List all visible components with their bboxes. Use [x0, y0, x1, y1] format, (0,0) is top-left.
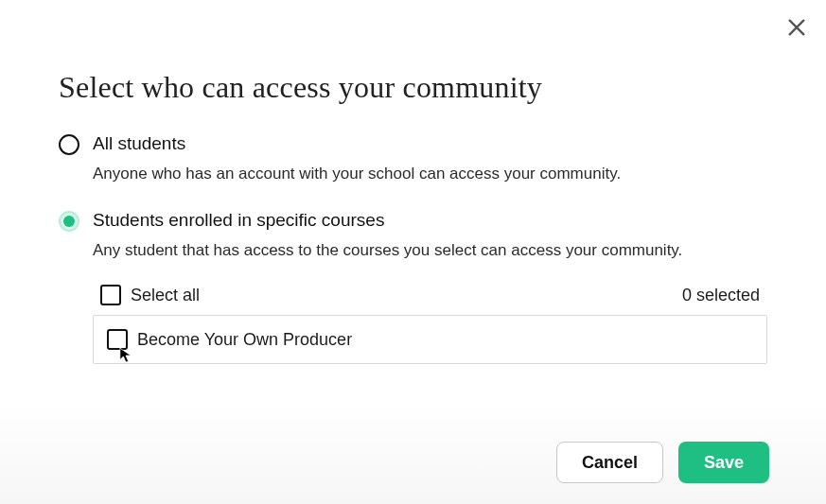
option-specific-description: Any student that has access to the cours…	[93, 239, 767, 263]
option-all-students[interactable]: All students Anyone who has an account w…	[59, 131, 767, 185]
selected-count: 0 selected	[682, 286, 760, 305]
course-item[interactable]: Become Your Own Producer	[94, 316, 766, 363]
option-all-description: Anyone who has an account with your scho…	[93, 163, 767, 186]
select-all-row: Select all 0 selected	[93, 285, 767, 313]
cancel-button[interactable]: Cancel	[556, 442, 663, 483]
close-icon	[786, 17, 807, 38]
option-all-body: All students Anyone who has an account w…	[93, 131, 767, 185]
option-all-label: All students	[93, 131, 767, 157]
course-list: Become Your Own Producer	[93, 315, 767, 364]
close-button[interactable]	[786, 17, 807, 38]
cursor-icon	[119, 347, 132, 364]
radio-all-students[interactable]	[59, 134, 79, 155]
option-specific-body: Students enrolled in specific courses An…	[93, 208, 767, 262]
save-button[interactable]: Save	[678, 442, 769, 483]
course-select-area: Select all 0 selected Become Your Own Pr…	[93, 285, 767, 364]
option-specific-courses[interactable]: Students enrolled in specific courses An…	[59, 208, 767, 262]
course-checkbox[interactable]	[107, 329, 128, 350]
option-specific-label: Students enrolled in specific courses	[93, 208, 767, 234]
course-name: Become Your Own Producer	[137, 330, 352, 350]
radio-specific-courses[interactable]	[59, 211, 79, 232]
select-all-control[interactable]: Select all	[100, 285, 200, 305]
page-title: Select who can access your community	[59, 70, 767, 105]
select-all-label: Select all	[131, 286, 200, 305]
dialog-footer: Cancel Save	[0, 425, 826, 504]
dialog-content: Select who can access your community All…	[0, 0, 826, 364]
select-all-checkbox[interactable]	[100, 285, 121, 305]
